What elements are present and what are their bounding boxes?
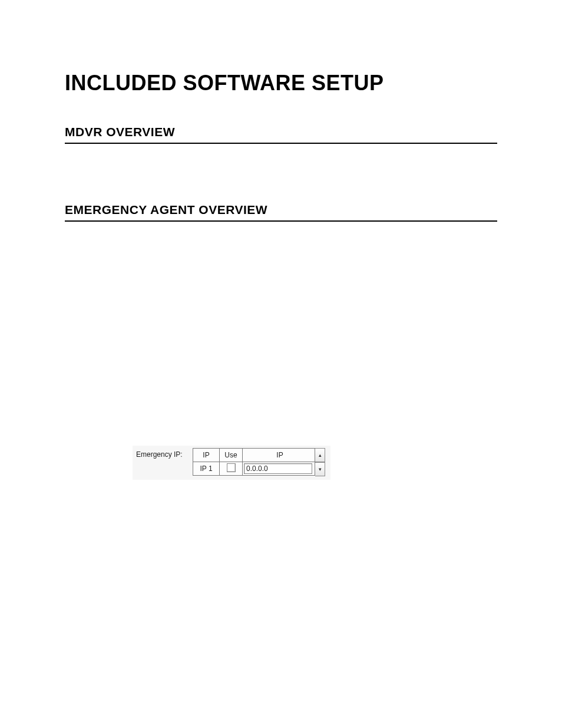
use-checkbox[interactable] — [227, 463, 236, 472]
scroll-up-button[interactable]: ▴ — [315, 449, 325, 462]
table-row: IP 1 0.0.0.0 — [193, 462, 315, 476]
column-header-ip-value: IP — [243, 448, 315, 462]
row-use-cell — [220, 462, 243, 476]
row-ip-value-cell: 0.0.0.0 — [243, 462, 315, 476]
section-heading-emergency: EMERGENCY AGENT OVERVIEW — [65, 203, 497, 217]
scroll-down-button[interactable]: ▾ — [315, 462, 325, 476]
emergency-ip-panel: Emergency IP: IP Use IP IP 1 0.0.0 — [133, 446, 330, 480]
column-header-ip: IP — [193, 448, 220, 462]
ip-input[interactable]: 0.0.0.0 — [244, 463, 312, 474]
emergency-ip-label: Emergency IP: — [136, 448, 193, 459]
row-ip-label: IP 1 — [193, 462, 220, 476]
divider — [65, 143, 497, 144]
column-header-use: Use — [220, 448, 243, 462]
emergency-ip-grid: IP Use IP IP 1 0.0.0.0 — [193, 448, 315, 476]
page-title: INCLUDED SOFTWARE SETUP — [65, 71, 497, 95]
section-heading-mdvr: MDVR OVERVIEW — [65, 125, 497, 139]
divider — [65, 220, 497, 222]
scrollbar[interactable]: ▴ ▾ — [315, 448, 325, 476]
